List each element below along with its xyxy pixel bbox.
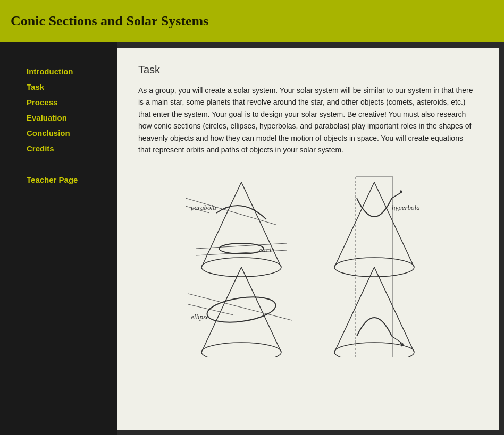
sidebar-item-introduction[interactable]: Introduction: [0, 64, 117, 79]
svg-line-17: [334, 182, 374, 267]
content-area: Task As a group, you will create a solar…: [117, 48, 499, 430]
svg-marker-28: [399, 190, 402, 194]
svg-line-6: [186, 198, 276, 225]
nav-group-main: Introduction Task Process Evaluation Con…: [0, 64, 117, 156]
svg-line-21: [374, 267, 414, 352]
page-title: Conic Sections and Solar Systems: [11, 13, 208, 29]
sidebar-item-evaluation[interactable]: Evaluation: [0, 110, 117, 125]
main-container: Introduction Task Process Evaluation Con…: [0, 42, 504, 435]
svg-text:hyperbola: hyperbola: [392, 203, 420, 211]
sidebar: Introduction Task Process Evaluation Con…: [0, 42, 117, 435]
sidebar-item-process[interactable]: Process: [0, 95, 117, 110]
sidebar-item-task[interactable]: Task: [0, 79, 117, 95]
svg-text:ellipse: ellipse: [191, 313, 209, 321]
svg-line-29: [392, 336, 404, 344]
svg-line-3: [201, 267, 241, 352]
content-heading: Task: [138, 64, 477, 76]
right-cone-svg: hyperbola: [313, 166, 435, 357]
sidebar-item-credits[interactable]: Credits: [0, 141, 117, 156]
svg-point-10: [219, 243, 264, 254]
svg-line-4: [241, 267, 281, 352]
right-cone-diagram: hyperbola: [313, 166, 435, 357]
sidebar-item-teacher-page[interactable]: Teacher Page: [0, 172, 117, 187]
sidebar-item-conclusion[interactable]: Conclusion: [0, 125, 117, 141]
content-body: As a group, you will create a solar syst…: [138, 84, 477, 156]
svg-line-18: [374, 182, 414, 267]
svg-text:parabola: parabola: [190, 203, 216, 211]
nav-group-secondary: Teacher Page: [0, 172, 117, 187]
svg-line-20: [334, 267, 374, 352]
svg-point-5: [201, 343, 281, 357]
svg-line-0: [201, 182, 241, 267]
page-header: Conic Sections and Solar Systems: [0, 0, 504, 42]
svg-text:circle: circle: [259, 246, 274, 254]
left-cone-svg: parabola circle ellipse: [180, 166, 303, 357]
left-cone-diagram: parabola circle ellipse: [180, 166, 303, 357]
conic-sections-illustration: parabola circle ellipse: [138, 166, 477, 357]
